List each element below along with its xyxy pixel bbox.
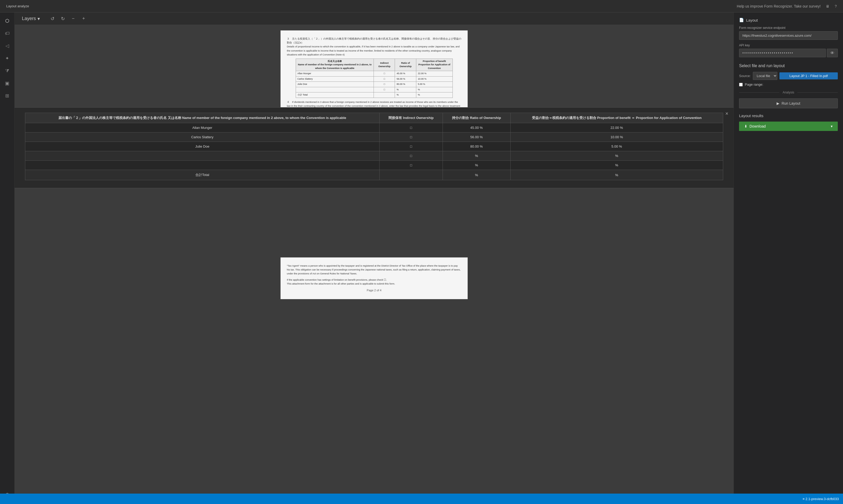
cell-checkbox: □: [380, 142, 443, 151]
cell-proportion: 22.00 %: [510, 123, 723, 132]
cell-checkbox: □: [380, 161, 443, 170]
table-popup: × 届出書の「２」の外国法人の株主等で税税条約の適用を受ける者の氏名 又は名称 …: [15, 107, 734, 188]
topbar-right: Help us improve Form Recognizer. Take ou…: [737, 4, 837, 8]
cell-name: [25, 161, 380, 170]
undo-button[interactable]: ↺: [48, 15, 56, 23]
zoom-in-button[interactable]: +: [80, 15, 88, 23]
cell-checkbox: □: [380, 132, 443, 142]
doc-embedded-table: 氏名又は名称Name of member of the foreign comp…: [296, 58, 453, 98]
sidebar-star-icon[interactable]: ✦: [2, 53, 13, 64]
download-icon: ⬇: [744, 124, 748, 128]
toolbar: Layers ▾ ↺ ↻ − +: [15, 13, 843, 25]
cell-proportion: %: [510, 151, 723, 161]
analysis-label: Analysis: [783, 91, 794, 94]
chevron-down-icon: ▾: [37, 16, 40, 22]
cell-ratio: 56.00 %: [443, 132, 510, 142]
zoom-controls: ↺ ↻ − +: [48, 15, 88, 23]
table-header-name: 届出書の「２」の外国法人の株主等で税税条約の適用を受ける者の氏名 又は名称 Na…: [25, 113, 380, 123]
topbar: Layout analyze Help us improve Form Reco…: [0, 0, 843, 13]
help-text: Help us improve Form Recognizer. Take ou…: [737, 4, 821, 8]
sidebar-group-icon[interactable]: ▣: [2, 78, 13, 89]
app-title: Layout analyze: [6, 4, 29, 8]
api-key-row: 👁: [739, 49, 838, 57]
doc2-para-2: If the applicable convention has setting…: [287, 278, 461, 286]
select-file-title: Select file and run layout: [739, 64, 838, 68]
sidebar: ⬡ 🏷 ◁ ✦ ⧩ ▣ ⊞ ⚙: [0, 13, 15, 504]
cell-ratio: %: [443, 151, 510, 161]
doc-para-1: ３ 主たる投資収入（「２」）の外国法人の株主等で税税条約の適用を受ける者の氏名又…: [287, 37, 461, 56]
popup-table: 届出書の「２」の外国法人の株主等で税税条約の適用を受ける者の氏名 又は名称 Na…: [25, 113, 723, 180]
cell-ratio: 80.00 %: [443, 142, 510, 151]
sidebar-home-icon[interactable]: ⬡: [2, 16, 13, 26]
run-layout-label: Run Layout: [781, 101, 800, 105]
redo-button[interactable]: ↻: [59, 15, 67, 23]
endpoint-input[interactable]: [739, 31, 838, 40]
endpoint-label: Form recognizer service endpoint: [739, 26, 838, 30]
file-name-display: Layout JP 1 - Filled In.pdf: [779, 72, 838, 79]
table-row: Julie Doe □ 80.00 % 5.00 %: [25, 142, 723, 151]
sidebar-puzzle-icon[interactable]: ⧩: [2, 66, 13, 76]
page-range-checkbox[interactable]: [739, 83, 743, 86]
table-header-indirect: 間接保有 Indirect Ownership: [380, 113, 443, 123]
cell-checkbox: [380, 170, 443, 180]
cell-ratio: %: [443, 170, 510, 180]
cell-proportion: %: [510, 170, 723, 180]
popup-close-button[interactable]: ×: [725, 111, 728, 116]
toggle-password-button[interactable]: 👁: [827, 49, 838, 57]
cell-checkbox: □: [380, 123, 443, 132]
api-key-label: API key: [739, 43, 838, 47]
run-layout-button[interactable]: ▶ Run Layout: [739, 98, 838, 108]
table-row: □ % %: [25, 151, 723, 161]
cell-name: [25, 151, 380, 161]
cell-name: Allan Munger: [25, 123, 380, 132]
table-header-ratio: 持分の割合 Ratio of Ownership: [443, 113, 510, 123]
table-row: Carlos Slattery □ 56.00 % 10.00 %: [25, 132, 723, 142]
zoom-out-button[interactable]: −: [69, 15, 77, 23]
monitor-icon[interactable]: 🖥: [826, 4, 829, 8]
doc2-para-1: "Tax Agent" means a person who is appoin…: [287, 264, 461, 276]
main-content: ３ 主たる投資収入（「２」）の外国法人の株主等で税税条約の適用を受ける者の氏名又…: [15, 25, 734, 493]
api-key-input[interactable]: [739, 49, 826, 57]
right-panel: 📄 Layout Form recognizer service endpoin…: [734, 13, 843, 493]
table-row: Allan Munger □ 45.00 % 22.00 %: [25, 123, 723, 132]
layers-button[interactable]: Layers ▾: [20, 15, 42, 23]
layout-title: 📄 Layout: [739, 18, 838, 22]
cell-name: Carlos Slattery: [25, 132, 380, 142]
cell-name: 合計Total: [25, 170, 380, 180]
source-select[interactable]: Local file: [753, 72, 777, 80]
sidebar-table-icon[interactable]: ⊞: [2, 91, 13, 101]
analysis-divider: Analysis: [739, 91, 838, 94]
cell-name: Julie Doe: [25, 142, 380, 151]
run-icon: ▶: [776, 101, 779, 105]
cell-ratio: %: [443, 161, 510, 170]
page-range-label: Page range:: [745, 83, 763, 86]
download-chevron-icon: ▾: [831, 124, 832, 128]
source-label: Source:: [739, 74, 751, 78]
version-label: ≡ 2.1-preview.3-dcfb033: [803, 497, 839, 501]
cell-ratio: 45.00 %: [443, 123, 510, 132]
cell-proportion: 10.00 %: [510, 132, 723, 142]
layout-icon: 📄: [739, 18, 744, 22]
page-range-row: Page range:: [739, 83, 838, 86]
layers-label: Layers: [22, 16, 36, 21]
results-title: Layout results: [739, 113, 838, 118]
cell-proportion: 5.00 %: [510, 142, 723, 151]
table-row: □ % %: [25, 161, 723, 170]
document-preview-page2: "Tax Agent" means a person who is appoin…: [280, 257, 468, 300]
sidebar-back-icon[interactable]: ◁: [2, 41, 13, 51]
cell-checkbox: □: [380, 151, 443, 161]
sidebar-tag-icon[interactable]: 🏷: [2, 28, 13, 38]
page-number: Page 2 of 4: [287, 288, 461, 293]
table-row: 合計Total % %: [25, 170, 723, 180]
question-icon[interactable]: ?: [835, 4, 837, 8]
cell-proportion: %: [510, 161, 723, 170]
download-button[interactable]: ⬇ Download ▾: [739, 122, 838, 131]
table-header-proportion: 受益の割合＝税税条約の適用を受ける割合 Proportion of benefi…: [510, 113, 723, 123]
download-label: Download: [750, 124, 766, 128]
source-row: Source: Local file Layout JP 1 - Filled …: [739, 72, 838, 80]
bottombar: ≡ 2.1-preview.3-dcfb033: [0, 493, 843, 504]
